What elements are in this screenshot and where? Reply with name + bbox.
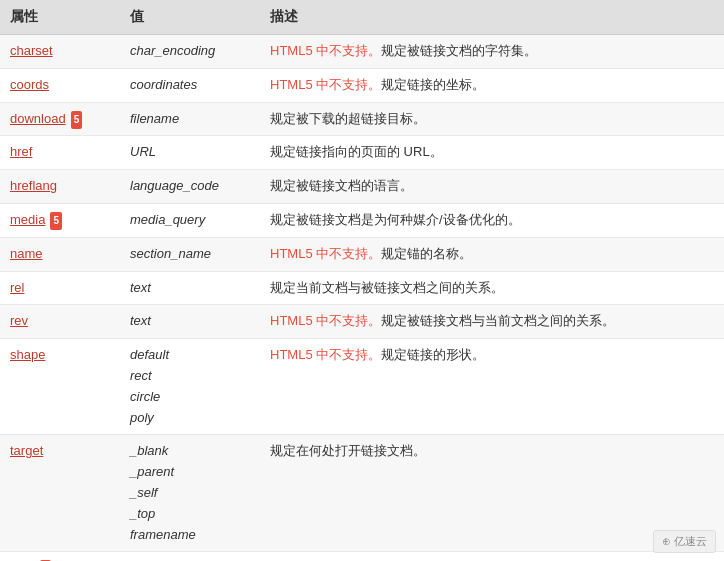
header-desc: 描述 xyxy=(260,0,724,35)
attr-value: _blank_parent_self_topframename xyxy=(120,435,260,552)
table-row: type5MIME type规定被链接文档的的 MIME 类型。 xyxy=(0,552,724,561)
attr-value: section_name xyxy=(120,237,260,271)
attr-value: language_code xyxy=(120,170,260,204)
table-row: charsetchar_encodingHTML5 中不支持。规定被链接文档的字… xyxy=(0,35,724,69)
attr-name-link[interactable]: hreflang xyxy=(10,176,57,197)
attr-name-link[interactable]: coords xyxy=(10,75,49,96)
table-row: shapedefaultrectcirclepolyHTML5 中不支持。规定链… xyxy=(0,339,724,435)
attr-name-link[interactable]: charset xyxy=(10,41,53,62)
attr-value: coordinates xyxy=(120,68,260,102)
attr-description: HTML5 中不支持。规定链接的形状。 xyxy=(260,339,724,435)
table-row: target_blank_parent_self_topframename规定在… xyxy=(0,435,724,552)
table-row: media5media_query规定被链接文档是为何种媒介/设备优化的。 xyxy=(0,203,724,237)
table-row: namesection_nameHTML5 中不支持。规定锚的名称。 xyxy=(0,237,724,271)
html5-badge: 5 xyxy=(50,212,62,230)
attr-description: 规定被链接文档是为何种媒介/设备优化的。 xyxy=(260,203,724,237)
attr-description: HTML5 中不支持。规定被链接文档的字符集。 xyxy=(260,35,724,69)
header-val: 值 xyxy=(120,0,260,35)
attr-name-link[interactable]: download xyxy=(10,109,66,130)
attr-name-link[interactable]: rel xyxy=(10,278,24,299)
attr-value: defaultrectcirclepoly xyxy=(120,339,260,435)
attr-value: filename xyxy=(120,102,260,136)
attr-description: 规定当前文档与被链接文档之间的关系。 xyxy=(260,271,724,305)
attr-description: 规定被链接文档的的 MIME 类型。 xyxy=(260,552,724,561)
attr-description: HTML5 中不支持。规定锚的名称。 xyxy=(260,237,724,271)
attr-name-link[interactable]: rev xyxy=(10,311,28,332)
html5-badge: 5 xyxy=(71,111,83,129)
table-row: download5filename规定被下载的超链接目标。 xyxy=(0,102,724,136)
table-row: revtextHTML5 中不支持。规定被链接文档与当前文档之间的关系。 xyxy=(0,305,724,339)
attr-description: 规定被链接文档的语言。 xyxy=(260,170,724,204)
table-row: reltext规定当前文档与被链接文档之间的关系。 xyxy=(0,271,724,305)
attr-name-link[interactable]: name xyxy=(10,244,43,265)
header-attr: 属性 xyxy=(0,0,120,35)
attr-name-link[interactable]: shape xyxy=(10,345,45,366)
watermark: ⊕ 亿速云 xyxy=(653,530,716,553)
table-row: hrefURL规定链接指向的页面的 URL。 xyxy=(0,136,724,170)
attr-value: MIME type xyxy=(120,552,260,561)
attr-description: HTML5 中不支持。规定链接的坐标。 xyxy=(260,68,724,102)
attr-value: char_encoding xyxy=(120,35,260,69)
attributes-table: 属性 值 描述 charsetchar_encodingHTML5 中不支持。规… xyxy=(0,0,724,561)
attr-value: media_query xyxy=(120,203,260,237)
attr-description: HTML5 中不支持。规定被链接文档与当前文档之间的关系。 xyxy=(260,305,724,339)
attr-description: 规定链接指向的页面的 URL。 xyxy=(260,136,724,170)
attr-value: text xyxy=(120,305,260,339)
attr-description: 规定被下载的超链接目标。 xyxy=(260,102,724,136)
attr-name-link[interactable]: media xyxy=(10,210,45,231)
attr-value: URL xyxy=(120,136,260,170)
attr-value: text xyxy=(120,271,260,305)
attr-name-link[interactable]: target xyxy=(10,441,43,462)
html5-warning: HTML5 中不支持。 xyxy=(270,43,381,58)
html5-warning: HTML5 中不支持。 xyxy=(270,246,381,261)
table-row: coordscoordinatesHTML5 中不支持。规定链接的坐标。 xyxy=(0,68,724,102)
html5-warning: HTML5 中不支持。 xyxy=(270,347,381,362)
table-row: hreflanglanguage_code规定被链接文档的语言。 xyxy=(0,170,724,204)
html5-warning: HTML5 中不支持。 xyxy=(270,313,381,328)
attr-name-link[interactable]: href xyxy=(10,142,32,163)
html5-warning: HTML5 中不支持。 xyxy=(270,77,381,92)
